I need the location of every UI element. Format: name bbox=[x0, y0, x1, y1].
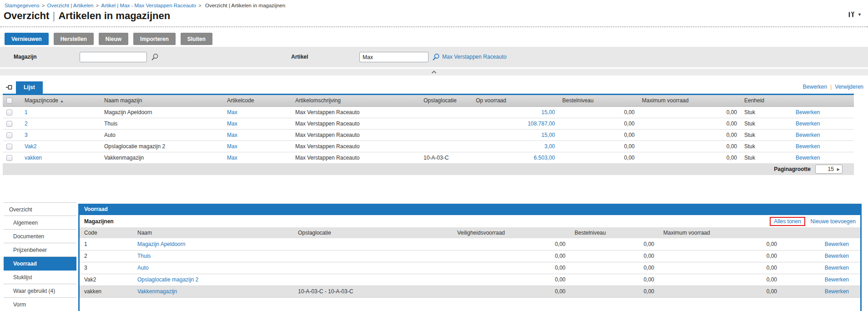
row-edit-link[interactable]: Bewerken bbox=[825, 241, 849, 247]
op-voorraad-link[interactable]: 15,00 bbox=[541, 109, 555, 115]
maximum-voorraad-cell: 0,00 bbox=[638, 106, 741, 118]
filter-bar: Magazijn Artikel Max Verstappen Raceauto bbox=[0, 47, 868, 67]
magazijnen-table: Code Naam Opslaglocatie Veiligheidsvoorr… bbox=[80, 227, 860, 298]
detail-row: vakken Vakkenmagazijn 10-A-03-C - 10-A-0… bbox=[80, 286, 860, 297]
sidebar-item[interactable]: Documenten bbox=[4, 230, 76, 243]
code-cell: Vak2 bbox=[80, 274, 133, 286]
row-checkbox[interactable] bbox=[6, 155, 12, 161]
row-checkbox[interactable] bbox=[6, 121, 12, 127]
op-voorraad-link[interactable]: 6.503,00 bbox=[534, 155, 555, 161]
naam-link[interactable]: Opslaglocatie magazijn 2 bbox=[137, 276, 198, 283]
show-all-link[interactable]: Alles tonen bbox=[774, 218, 801, 225]
sidebar-item[interactable]: Algemeen bbox=[4, 216, 76, 230]
sidebar-item[interactable]: Voorraad bbox=[4, 257, 76, 271]
row-edit-link[interactable]: Bewerken bbox=[796, 143, 820, 150]
naam-link[interactable]: Auto bbox=[137, 265, 149, 271]
edit-link[interactable]: Bewerken bbox=[803, 84, 827, 90]
toolbar-button[interactable]: Sluiten bbox=[181, 33, 212, 45]
settings-menu-button[interactable]: ▼ bbox=[848, 11, 862, 18]
col-bestelniveau[interactable]: Bestelniveau bbox=[559, 95, 638, 106]
col-opslaglocatie[interactable]: Opslaglocatie bbox=[420, 95, 472, 106]
toolbar-button[interactable]: Importeren bbox=[133, 33, 176, 45]
op-voorraad-link[interactable]: 3,00 bbox=[545, 143, 555, 150]
select-all-checkbox[interactable] bbox=[6, 98, 12, 104]
magazijncode-link[interactable]: vakken bbox=[25, 155, 42, 161]
artikel-filter-label: Artikel bbox=[291, 47, 308, 67]
toolbar-button[interactable]: Nieuw bbox=[99, 33, 128, 45]
page-size-next-icon[interactable]: ▶ bbox=[837, 167, 840, 171]
page-size-control[interactable]: 15 ▶ bbox=[815, 165, 843, 174]
toolbar-button[interactable]: Herstellen bbox=[54, 33, 94, 45]
artikelcode-link[interactable]: Max bbox=[227, 155, 237, 161]
eenheid-cell: Stuk bbox=[741, 118, 784, 129]
magazijncode-link[interactable]: 2 bbox=[25, 120, 28, 127]
col-op-voorraad[interactable]: Op voorraad bbox=[472, 95, 559, 106]
list-tab-row: Lijst Bewerken|Verwijderen bbox=[0, 81, 868, 94]
artikelcode-link[interactable]: Max bbox=[227, 109, 237, 115]
toolbar-button[interactable]: Vernieuwen bbox=[5, 33, 49, 45]
row-checkbox[interactable] bbox=[6, 110, 12, 115]
naam-link[interactable]: Magazijn Apeldoorn bbox=[137, 241, 185, 247]
chevron-down-icon: ▼ bbox=[858, 12, 862, 17]
delete-link[interactable]: Verwijderen bbox=[835, 84, 863, 90]
maximum-voorraad-cell: 0,00 bbox=[659, 238, 782, 250]
row-checkbox[interactable] bbox=[6, 132, 12, 138]
magazijncode-link[interactable]: 1 bbox=[25, 109, 28, 115]
eenheid-cell: Stuk bbox=[741, 152, 784, 163]
magazijn-filter-input[interactable] bbox=[80, 52, 147, 62]
maximum-voorraad-cell: 0,00 bbox=[638, 152, 741, 163]
artikelomschrijving-cell: Max Verstappen Raceauto bbox=[292, 140, 420, 152]
dotted-divider bbox=[0, 26, 868, 27]
artikelcode-link[interactable]: Max bbox=[227, 132, 237, 138]
naam-link[interactable]: Thuis bbox=[137, 253, 151, 259]
filter-collapse-bar[interactable] bbox=[0, 69, 868, 75]
artikel-search-icon[interactable] bbox=[432, 53, 440, 61]
sidebar-item[interactable]: Waar gebruikt (4) bbox=[4, 284, 76, 298]
magazijncode-link[interactable]: 3 bbox=[25, 132, 28, 138]
col-artikelcode[interactable]: Artikelcode bbox=[223, 95, 292, 106]
row-edit-link[interactable]: Bewerken bbox=[825, 265, 849, 271]
col-maximum-voorraad[interactable]: Maximum voorraad bbox=[638, 95, 741, 106]
maximum-voorraad-cell: 0,00 bbox=[638, 118, 741, 129]
pin-icon[interactable] bbox=[6, 85, 12, 90]
row-edit-link[interactable]: Bewerken bbox=[796, 120, 820, 127]
sidebar-item[interactable]: Stuklijst bbox=[4, 271, 76, 284]
col-naam-magazijn[interactable]: Naam magazijn bbox=[101, 95, 223, 106]
row-edit-link[interactable]: Bewerken bbox=[796, 155, 820, 161]
actions-separator: | bbox=[830, 84, 832, 90]
artikelcode-link[interactable]: Max bbox=[227, 143, 237, 150]
row-edit-link[interactable]: Bewerken bbox=[825, 288, 849, 295]
row-edit-link[interactable]: Bewerken bbox=[796, 132, 820, 138]
maximum-voorraad-cell: 0,00 bbox=[659, 250, 782, 262]
op-voorraad-link[interactable]: 15,00 bbox=[541, 132, 555, 138]
artikel-result-link[interactable]: Max Verstappen Raceauto bbox=[442, 47, 506, 67]
col-eenheid[interactable]: Eenheid bbox=[741, 95, 784, 106]
artikelcode-link[interactable]: Max bbox=[227, 120, 237, 127]
breadcrumb-link[interactable]: Artikel | Max - Max Verstappen Raceauto bbox=[101, 3, 196, 8]
sidebar-item-overzicht[interactable]: Overzicht bbox=[4, 202, 76, 216]
table-actions: Bewerken|Verwijderen bbox=[803, 81, 863, 93]
sidebar-item[interactable]: Prijzenbeheer bbox=[4, 243, 76, 257]
breadcrumb-link[interactable]: Stamgegevens bbox=[5, 3, 40, 8]
magazijn-search-icon[interactable] bbox=[151, 53, 159, 61]
page-size-value: 15 bbox=[828, 166, 833, 172]
maximum-voorraad-cell: 0,00 bbox=[638, 129, 741, 140]
col-magazijncode[interactable]: Magazijncode▲ bbox=[21, 95, 101, 106]
bestelniveau-cell: 0,00 bbox=[559, 140, 638, 152]
add-new-link[interactable]: Nieuwe toevoegen bbox=[811, 218, 856, 225]
page-title-page: Artikelen in magazijnen bbox=[58, 10, 170, 21]
magazijncode-link[interactable]: Vak2 bbox=[25, 143, 36, 150]
naam-link[interactable]: Vakkenmagazijn bbox=[137, 288, 177, 295]
row-edit-link[interactable]: Bewerken bbox=[825, 253, 849, 259]
row-edit-link[interactable]: Bewerken bbox=[796, 109, 820, 115]
page-size-label: Paginagrootte bbox=[774, 166, 811, 172]
col-artikelomschrijving[interactable]: Artikelomschrijving bbox=[292, 95, 420, 106]
tab-lijst[interactable]: Lijst bbox=[16, 81, 43, 94]
maximum-voorraad-cell: 0,00 bbox=[659, 286, 782, 297]
op-voorraad-link[interactable]: 108.787,00 bbox=[528, 120, 555, 127]
sidebar-item[interactable]: Vorm bbox=[4, 298, 76, 311]
row-checkbox[interactable] bbox=[6, 144, 12, 150]
row-edit-link[interactable]: Bewerken bbox=[825, 276, 849, 283]
artikel-filter-input[interactable] bbox=[359, 52, 429, 62]
breadcrumb-link[interactable]: Overzicht | Artikelen bbox=[47, 3, 93, 8]
